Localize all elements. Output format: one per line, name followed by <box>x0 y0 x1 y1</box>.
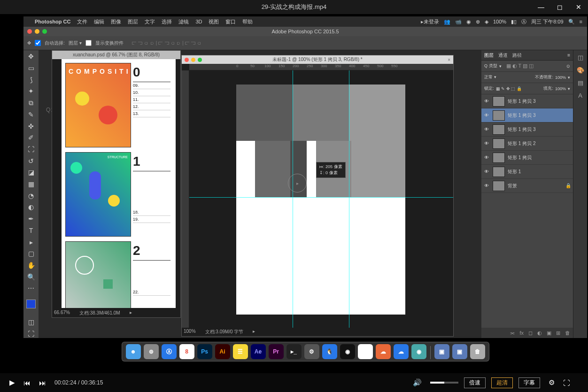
menu-layer[interactable]: 图层 <box>128 18 138 25</box>
panel-menu-icon[interactable]: ≡ <box>567 53 570 58</box>
play-button[interactable]: ▶ <box>9 378 15 387</box>
zoom-icon[interactable] <box>42 29 47 34</box>
layer-row[interactable]: 👁矩形 1 拷贝 3 <box>481 94 573 108</box>
menu-type[interactable]: 文字 <box>145 18 155 25</box>
panel-icon[interactable]: ◫ <box>578 54 583 61</box>
close-icon[interactable] <box>27 29 32 34</box>
filter-toggle[interactable]: ⊙ <box>566 64 570 69</box>
dock-qq[interactable]: 🐧 <box>322 344 337 359</box>
layer-row[interactable]: 👁矩形 1 <box>481 165 573 179</box>
subtitle-button[interactable]: 字幕 <box>518 377 540 388</box>
dock-appstore[interactable]: Ⓐ <box>162 344 177 359</box>
dock-chrome[interactable]: ◉ <box>358 344 373 359</box>
doc1-header[interactable]: xuanchaun.psd @ 66.7% (图层 8, RGB/8) <box>52 51 180 59</box>
guide-horizontal[interactable] <box>189 197 453 198</box>
tab-layers[interactable]: 图层 <box>484 52 494 59</box>
layer-row[interactable]: 👁矩形 1 拷贝 2 <box>481 137 573 151</box>
app-name[interactable]: Photoshop CC <box>35 19 70 24</box>
history-brush-tool[interactable]: ↺ <box>25 156 37 165</box>
dock-premiere[interactable]: Pr <box>269 344 284 359</box>
pen-tool[interactable]: ✒ <box>25 215 37 223</box>
settings-icon[interactable]: ⚙ <box>549 378 555 387</box>
crop-tool[interactable]: ⧉ <box>25 99 37 108</box>
hand-tool[interactable]: ✋ <box>25 261 37 270</box>
delete-layer-icon[interactable]: 🗑 <box>565 330 570 336</box>
menu-3d[interactable]: 3D <box>195 19 202 24</box>
menu-file[interactable]: 文件 <box>77 18 87 25</box>
menu-filter[interactable]: 滤镜 <box>178 18 189 25</box>
menu-help[interactable]: 帮助 <box>242 18 253 25</box>
mbar-icon[interactable]: 👥 <box>444 19 450 25</box>
mbar-icon[interactable]: ⊕ <box>476 19 480 25</box>
mbar-icon[interactable]: 📹 <box>455 19 462 25</box>
doc2-header[interactable]: 未标题-1 @ 100% (矩形 1 拷贝 3, RGB/8) * × <box>182 55 453 64</box>
window-close-button[interactable]: ✕ <box>569 0 588 14</box>
gradient-tool[interactable]: ▦ <box>25 180 37 189</box>
link-layers-icon[interactable]: ⫘ <box>510 330 515 336</box>
dodge-tool[interactable]: ◐ <box>25 203 37 212</box>
type-tool[interactable]: T <box>25 226 37 235</box>
ruler-horizontal[interactable]: 050100150200250300350400450500550 <box>189 64 453 70</box>
guide-vertical[interactable] <box>293 70 293 328</box>
layer-row[interactable]: 👁矩形 1 拷贝 3 <box>481 108 573 123</box>
screenmode-tool[interactable]: ⛶ <box>25 329 37 338</box>
volume-slider[interactable] <box>430 382 458 384</box>
dock-notes[interactable]: ☰ <box>233 344 248 359</box>
min-icon[interactable] <box>191 58 195 62</box>
blend-mode-dropdown[interactable]: 正常 ▾ <box>484 74 496 80</box>
visibility-icon[interactable]: 👁 <box>483 113 490 118</box>
login-status[interactable]: ▸未登录 <box>421 18 439 25</box>
visibility-icon[interactable]: 👁 <box>483 99 490 104</box>
panel-icon[interactable]: ▤ <box>578 79 583 86</box>
volume-icon[interactable]: 🔊 <box>413 378 422 387</box>
wifi-icon[interactable]: ◈ <box>485 19 488 25</box>
speed-button[interactable]: 倍速 <box>464 377 486 388</box>
dock-folder[interactable]: ▣ <box>452 344 467 359</box>
window-maximize-button[interactable]: ◻ <box>550 0 569 14</box>
dock-app[interactable]: ☁ <box>376 344 391 359</box>
dock-c4d[interactable]: ◉ <box>340 344 355 359</box>
transform-checkbox[interactable] <box>85 40 92 46</box>
layer-row[interactable]: 👁矩形 1 拷贝 <box>481 151 573 165</box>
new-layer-icon[interactable]: ⊞ <box>556 330 560 336</box>
marquee-tool[interactable]: ▭ <box>25 64 37 73</box>
dock-app[interactable]: ◉ <box>411 344 426 359</box>
quality-button[interactable]: 超清 <box>491 377 513 388</box>
visibility-icon[interactable]: 👁 <box>483 155 490 160</box>
dock-photoshop[interactable]: Ps <box>197 344 212 359</box>
close-icon[interactable] <box>55 53 59 57</box>
ime-icon[interactable]: Ⓐ <box>521 18 526 25</box>
autoselect-dropdown[interactable]: 图层 ▾ <box>69 40 82 46</box>
menu-view[interactable]: 视图 <box>209 18 219 25</box>
dock-illustrator[interactable]: Ai <box>215 344 230 359</box>
path-select-tool[interactable]: ▸ <box>25 238 37 246</box>
wand-tool[interactable]: ✦ <box>25 87 37 96</box>
dock-trash[interactable]: 🗑 <box>470 344 485 359</box>
visibility-icon[interactable]: 👁 <box>483 169 490 174</box>
menu-select[interactable]: 选择 <box>162 18 172 25</box>
prev-button[interactable]: ⏮ <box>23 379 31 387</box>
eyedropper-tool[interactable]: ✎ <box>25 110 37 119</box>
search-icon[interactable]: 🔍 <box>568 19 575 25</box>
dock-preferences[interactable]: ⚙ <box>304 344 319 359</box>
layer-row[interactable]: 👁背景🔒 <box>481 179 573 193</box>
max-icon[interactable] <box>68 53 72 57</box>
cc-icon[interactable]: ◉ <box>466 19 471 25</box>
heal-tool[interactable]: ✜ <box>25 122 37 131</box>
color-swatch[interactable] <box>26 300 36 308</box>
brush-tool[interactable]: ✐ <box>25 133 37 142</box>
stamp-tool[interactable]: ⛶ <box>25 145 37 154</box>
dock-baidu[interactable]: ☁ <box>394 344 409 359</box>
edit-toolbar[interactable]: ⋯ <box>25 284 37 293</box>
dock-aftereffects[interactable]: Ae <box>251 344 266 359</box>
minimize-icon[interactable] <box>35 29 39 34</box>
autoselect-checkbox[interactable] <box>35 40 41 46</box>
doc2-viewport[interactable]: ▸ ↦: 205 像素↧: 0 像素 <box>189 70 453 328</box>
fullscreen-icon[interactable]: ⛶ <box>563 379 570 387</box>
layer-row[interactable]: 👁矩形 1 拷贝 3 <box>481 123 573 137</box>
min-icon[interactable] <box>62 53 66 57</box>
opacity-value[interactable]: 100% <box>555 75 566 80</box>
dock-calendar[interactable]: 8 <box>179 344 194 359</box>
menu-window[interactable]: 窗口 <box>225 18 236 25</box>
dock-launchpad[interactable]: ⊚ <box>144 344 159 359</box>
